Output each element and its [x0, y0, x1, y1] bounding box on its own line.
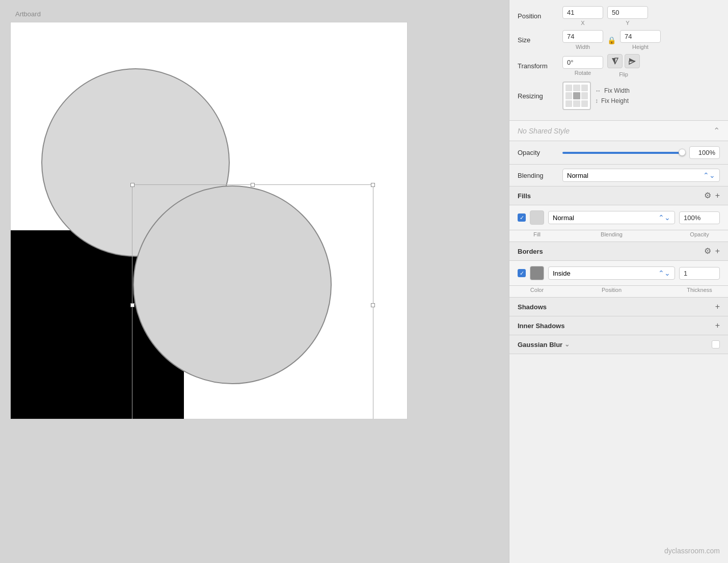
- size-row: Size Width 🔒 Height: [518, 30, 720, 50]
- resize-cell-ml: [565, 92, 572, 99]
- shadows-title: Shadows: [518, 303, 547, 311]
- fix-width-btn[interactable]: ↔ Fix Width: [595, 87, 630, 94]
- fill-blending-arrows-icon: ⌃⌄: [658, 213, 670, 222]
- transform-row: Transform Rotate: [518, 54, 720, 77]
- borders-gear-btn[interactable]: ⚙: [704, 247, 711, 255]
- border-thickness-label: Thickness: [679, 287, 720, 293]
- fill-checkbox[interactable]: ✓: [518, 213, 526, 222]
- opacity-label: Opacity: [518, 149, 558, 156]
- border-position-label: Position: [548, 287, 675, 293]
- border-color-label: Color: [530, 287, 544, 293]
- resizing-row: Resizing ↔ Fix Width ↕: [518, 82, 720, 110]
- inner-shadows-actions: +: [715, 321, 720, 330]
- position-label: Position: [518, 12, 558, 20]
- position-y-input[interactable]: [607, 6, 648, 19]
- chevron-updown-icon: ⌃: [713, 126, 720, 136]
- position-x-input[interactable]: [562, 6, 603, 19]
- borders-title: Borders: [518, 248, 543, 255]
- border-thickness-input[interactable]: [679, 267, 720, 280]
- fix-height-btn[interactable]: ↕ Fix Height: [595, 97, 630, 104]
- resize-cell-mr: [581, 92, 588, 99]
- circle-small[interactable]: [133, 185, 332, 384]
- gaussian-blur-checkbox[interactable]: [712, 340, 720, 348]
- canvas-area: Artboard: [0, 0, 509, 563]
- resize-cell-bm: [573, 100, 580, 107]
- fills-actions: ⚙ +: [704, 192, 720, 200]
- shared-style-row[interactable]: No Shared Style ⌃: [509, 121, 728, 141]
- fills-title: Fills: [518, 192, 531, 200]
- border-row: ✓ Inside ⌃⌄: [509, 261, 728, 286]
- size-width-input[interactable]: [562, 30, 603, 43]
- handle-mid-right[interactable]: [371, 303, 375, 307]
- flip-h-icon: [611, 57, 619, 65]
- borders-header: Borders ⚙ +: [509, 242, 728, 261]
- lock-icon[interactable]: 🔒: [607, 36, 616, 44]
- shadows-header: Shadows +: [509, 298, 728, 316]
- gaussian-title: Gaussian Blur ⌄: [518, 341, 570, 348]
- position-x-group: X: [562, 6, 603, 26]
- border-color-swatch[interactable]: [530, 266, 544, 280]
- svg-marker-3: [629, 61, 635, 64]
- flip-label: Flip: [607, 71, 640, 77]
- blending-arrows-icon: ⌃⌄: [703, 171, 715, 179]
- resizing-label: Resizing: [518, 92, 558, 100]
- right-panel: Position X Y Size Width 🔒 Height: [509, 0, 728, 563]
- position-y-label: Y: [626, 20, 629, 26]
- shadows-actions: +: [715, 303, 720, 311]
- fix-width-icon: ↔: [595, 87, 601, 94]
- handle-top-mid[interactable]: [251, 183, 255, 187]
- artboard[interactable]: [10, 22, 408, 419]
- resizing-widget[interactable]: [562, 82, 591, 110]
- flip-vertical-btn[interactable]: [625, 54, 640, 68]
- inner-shadows-header: Inner Shadows +: [509, 316, 728, 335]
- position-section: Position X Y Size Width 🔒 Height: [509, 0, 728, 121]
- resize-cell-center: [573, 92, 580, 99]
- border-checkbox[interactable]: ✓: [518, 269, 526, 277]
- blending-dropdown[interactable]: Normal ⌃⌄: [562, 169, 720, 182]
- resize-cell-bl: [565, 100, 572, 107]
- blending-row: Blending Normal ⌃⌄: [509, 165, 728, 186]
- flip-horizontal-btn[interactable]: [607, 54, 623, 68]
- border-labels-row: Color Position Thickness: [509, 286, 728, 298]
- inner-shadows-add-btn[interactable]: +: [715, 321, 720, 330]
- opacity-slider-thumb[interactable]: [679, 149, 686, 156]
- fill-opacity-input[interactable]: [679, 211, 720, 224]
- flip-buttons: Flip: [607, 54, 640, 77]
- size-height-input[interactable]: [620, 30, 661, 43]
- transform-label: Transform: [518, 62, 558, 70]
- opacity-value-input[interactable]: [689, 146, 720, 159]
- gaussian-chevron-icon: ⌄: [564, 341, 570, 348]
- fix-width-label: Fix Width: [604, 87, 630, 94]
- blending-value: Normal: [567, 172, 588, 179]
- fill-blending-dropdown[interactable]: Normal ⌃⌄: [548, 211, 675, 224]
- fills-add-btn[interactable]: +: [715, 192, 720, 200]
- shadows-add-btn[interactable]: +: [715, 303, 720, 311]
- position-y-group: Y: [607, 6, 648, 26]
- gaussian-blur-label: Gaussian Blur: [518, 341, 562, 348]
- resize-cell-tr: [581, 85, 588, 91]
- flip-v-icon: [628, 57, 636, 65]
- fill-row: ✓ Normal ⌃⌄: [509, 205, 728, 230]
- fix-height-label: Fix Height: [601, 97, 629, 104]
- borders-actions: ⚙ +: [704, 247, 720, 255]
- rotate-group: Rotate: [562, 56, 603, 76]
- fills-gear-btn[interactable]: ⚙: [704, 192, 711, 200]
- fill-color-swatch[interactable]: [530, 210, 544, 225]
- fix-height-icon: ↕: [595, 97, 598, 104]
- fill-opacity-label: Opacity: [679, 231, 720, 237]
- fill-labels-row: Fill Blending Opacity: [509, 230, 728, 242]
- inner-shadows-title: Inner Shadows: [518, 322, 564, 330]
- opacity-slider-track[interactable]: [562, 152, 685, 154]
- svg-marker-0: [612, 58, 615, 64]
- resize-cell-tm: [573, 85, 580, 91]
- border-position-dropdown[interactable]: Inside ⌃⌄: [548, 266, 675, 280]
- borders-add-btn[interactable]: +: [715, 247, 720, 255]
- rotate-input[interactable]: [562, 56, 603, 69]
- handle-top-right[interactable]: [371, 183, 375, 187]
- watermark: dyclassroom.com: [509, 539, 728, 563]
- fill-blending-value: Normal: [553, 214, 574, 222]
- resize-cell-br: [581, 100, 588, 107]
- fill-label: Fill: [530, 231, 544, 237]
- fills-header: Fills ⚙ +: [509, 186, 728, 205]
- size-width-group: Width: [562, 30, 603, 50]
